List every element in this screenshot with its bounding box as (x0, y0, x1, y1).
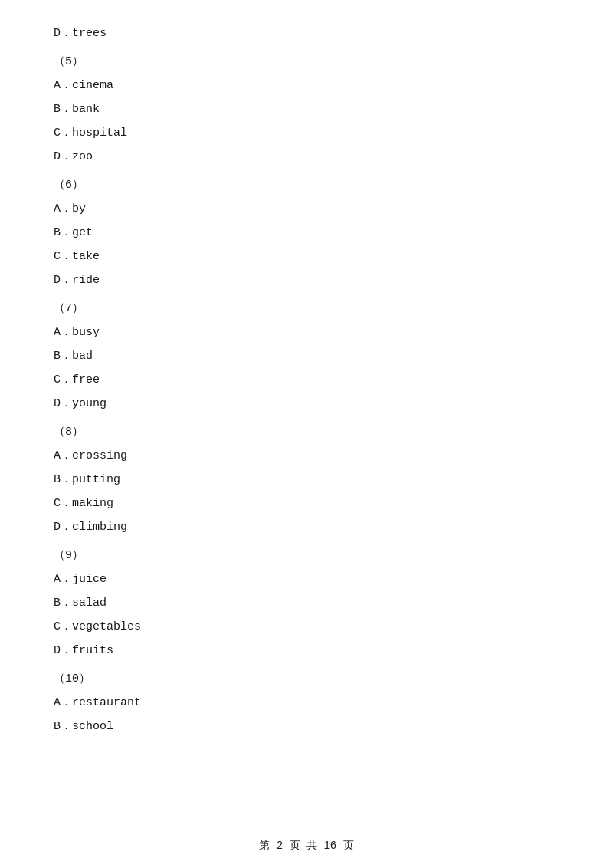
question-number: （5） (54, 51, 559, 72)
footer-text: 第 2 页 共 16 页 (259, 840, 353, 852)
question-number: （6） (54, 175, 559, 196)
question-number: （7） (54, 298, 559, 319)
question-number: （9） (54, 545, 559, 566)
answer-option: C．free (54, 370, 559, 390)
answer-option: B．putting (54, 469, 559, 490)
answer-option: B．school (54, 716, 559, 737)
answer-option: D．ride (54, 270, 559, 291)
answer-option: B．bank (54, 99, 559, 120)
answer-option: D．zoo (54, 146, 559, 167)
question-number: （10） (54, 669, 559, 689)
answer-option: B．salad (54, 593, 559, 613)
page-footer: 第 2 页 共 16 页 (0, 839, 613, 853)
answer-option: B．get (54, 222, 559, 243)
answer-option: A．crossing (54, 446, 559, 466)
answer-option: A．restaurant (54, 692, 559, 713)
answer-option: C．vegetables (54, 616, 559, 637)
answer-option: B．bad (54, 346, 559, 367)
question-number: （8） (54, 422, 559, 442)
answer-option: C．hospital (54, 123, 559, 143)
answer-option: A．busy (54, 322, 559, 343)
answer-option: A．juice (54, 569, 559, 590)
answer-option: D．fruits (54, 640, 559, 661)
answer-option: D．trees (54, 23, 559, 44)
answer-option: C．making (54, 493, 559, 514)
page-content: D．trees（5）A．cinemaB．bankC．hospitalD．zoo（… (0, 0, 613, 786)
answer-option: C．take (54, 246, 559, 267)
answer-option: A．cinema (54, 75, 559, 96)
answer-option: A．by (54, 199, 559, 219)
answer-option: D．young (54, 393, 559, 414)
answer-option: D．climbing (54, 517, 559, 538)
